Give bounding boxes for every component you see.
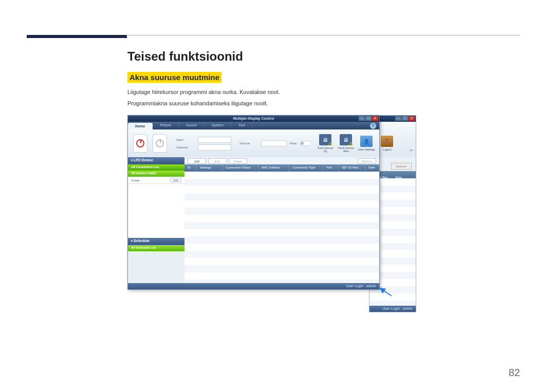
col-mac[interactable]: MAC Address bbox=[258, 164, 289, 172]
power-on-icon bbox=[136, 139, 144, 147]
volume-label: Volume bbox=[239, 142, 258, 145]
col-setid[interactable]: SET ID Ran... bbox=[339, 164, 365, 172]
col-dete[interactable]: Dete bbox=[365, 164, 379, 172]
col-id[interactable]: ID bbox=[184, 164, 197, 172]
toolbar: Input Channel Volume Mute bbox=[128, 129, 379, 157]
mute-label: Mute bbox=[290, 142, 297, 145]
logout-button[interactable]: 🚪 Logout bbox=[378, 133, 396, 154]
fault-device-label: Fault Device (0) bbox=[316, 146, 335, 153]
sidebar-group-label: Group bbox=[131, 179, 140, 182]
heading-sub: Akna suuruse muutmine bbox=[127, 72, 221, 83]
bg-min-button[interactable]: – bbox=[395, 116, 401, 121]
page-number: 82 bbox=[509, 367, 520, 379]
monitor-alert-icon: 🖥 bbox=[340, 134, 352, 145]
power-off-icon bbox=[156, 139, 164, 147]
sidebar-group-item[interactable]: Group Edit bbox=[128, 177, 184, 184]
bg-refresh-button[interactable]: Refresh bbox=[391, 163, 412, 170]
power-on-button[interactable] bbox=[133, 134, 147, 153]
channel-label: Channel bbox=[176, 146, 195, 149]
tab-sound[interactable]: Sound bbox=[179, 122, 204, 129]
col-conn-type[interactable]: Connection Type bbox=[289, 164, 323, 172]
tab-picture[interactable]: Picture bbox=[153, 122, 179, 129]
volume-field[interactable] bbox=[261, 140, 287, 146]
user-settings-button[interactable]: 👤 User Settings bbox=[357, 133, 376, 154]
sidebar: LFD Device All Connection List All Devic… bbox=[128, 157, 184, 283]
close-button[interactable]: x bbox=[372, 116, 378, 121]
sidebar-all-schedule[interactable]: All Schedule List bbox=[128, 245, 184, 251]
add-button[interactable]: Add bbox=[188, 158, 206, 164]
window-controls: – □ x bbox=[359, 116, 378, 121]
column-header: ID Settings Connection Status MAC Addres… bbox=[184, 164, 379, 172]
heading-main: Teised funktsioonid bbox=[127, 49, 518, 64]
fault-alert-label: Fault Device Alert bbox=[337, 146, 355, 153]
col-port[interactable]: Port bbox=[323, 164, 339, 172]
action-row: Add Edit Delete Refresh bbox=[184, 157, 379, 164]
user-icon: 👤 bbox=[360, 136, 373, 147]
bg-window-controls: – □ x bbox=[395, 116, 415, 121]
window-title: Multiple Display Control bbox=[128, 116, 379, 122]
bg-status-bar: User Login : admin bbox=[369, 306, 416, 312]
edit-button[interactable]: Edit bbox=[208, 158, 227, 164]
embedded-screenshot: – □ x ut Refresh SET ID Ran... Dete User… bbox=[127, 115, 416, 312]
user-settings-label: User Settings bbox=[358, 148, 375, 151]
sidebar-all-connection[interactable]: All Connection List bbox=[128, 164, 184, 171]
sidebar-lfd-header[interactable]: LFD Device bbox=[128, 157, 184, 164]
data-grid[interactable] bbox=[184, 172, 379, 283]
power-off-button[interactable] bbox=[153, 134, 167, 153]
bg-tool-label: ut bbox=[410, 148, 413, 152]
content-area: Teised funktsioonid Akna suuruse muutmin… bbox=[127, 49, 518, 312]
sidebar-spacer bbox=[128, 184, 184, 238]
input-label: Input bbox=[176, 138, 195, 141]
app-window: Multiple Display Control – □ x Home Pict… bbox=[127, 115, 380, 290]
sidebar-all-device[interactable]: All Device List(0) bbox=[128, 171, 184, 177]
delete-button[interactable]: Delete bbox=[229, 158, 247, 164]
fault-device-button[interactable]: 🖥 Fault Device (0) bbox=[316, 133, 335, 154]
tab-bar: Home Picture Sound System Tool bbox=[128, 122, 379, 129]
para-1: Liigutage hiirekursor programmi akna nur… bbox=[127, 88, 518, 97]
col-settings[interactable]: Settings bbox=[197, 164, 223, 172]
col-conn-status[interactable]: Connection Status bbox=[223, 164, 258, 172]
refresh-button[interactable]: Refresh bbox=[358, 158, 376, 164]
status-bar: User Login : admin bbox=[128, 283, 379, 289]
input-field[interactable] bbox=[198, 137, 231, 143]
min-button[interactable]: – bbox=[359, 116, 365, 121]
door-icon: 🚪 bbox=[381, 136, 393, 147]
channel-field[interactable] bbox=[198, 144, 231, 151]
tab-tool[interactable]: Tool bbox=[231, 122, 253, 129]
max-button[interactable]: □ bbox=[365, 116, 372, 121]
tab-system[interactable]: System bbox=[205, 122, 231, 129]
sidebar-group-edit-button[interactable]: Edit bbox=[170, 178, 181, 182]
fault-alert-button[interactable]: 🖥 Fault Device Alert bbox=[337, 133, 355, 154]
logout-label: Logout bbox=[383, 148, 392, 151]
bg-max-button[interactable]: □ bbox=[402, 116, 408, 121]
mute-toggle[interactable] bbox=[300, 141, 312, 146]
header-rule bbox=[126, 35, 520, 35]
sidebar-schedule-header[interactable]: Schedule bbox=[128, 238, 184, 245]
header-accent-bar bbox=[27, 35, 127, 38]
tab-home[interactable]: Home bbox=[128, 123, 153, 129]
bg-close-button[interactable]: x bbox=[409, 116, 415, 121]
monitor-warn-icon: 🖥 bbox=[319, 134, 331, 145]
para-2: Programmiakna suuruse kohandamiseks liig… bbox=[127, 99, 518, 108]
